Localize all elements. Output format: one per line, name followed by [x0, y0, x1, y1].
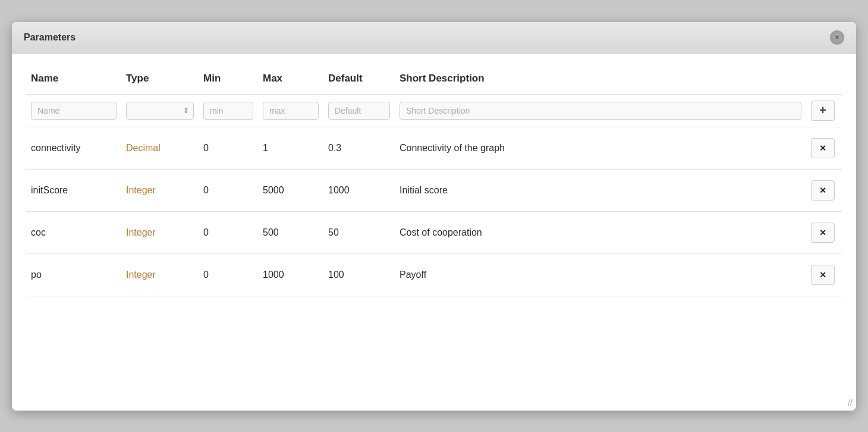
- add-button-cell: +: [806, 94, 842, 127]
- row-name: initScore: [26, 169, 121, 211]
- min-input[interactable]: [203, 102, 253, 120]
- dialog-body: Name Type Min Max Default Short Descript…: [12, 54, 856, 411]
- header-max: Max: [258, 65, 323, 95]
- type-select-cell: Decimal Integer Boolean String ⇕: [121, 94, 199, 127]
- table-row: coc Integer 0 500 50 Cost of cooperation…: [26, 211, 842, 253]
- row-name: connectivity: [26, 127, 121, 169]
- table-header-row: Name Type Min Max Default Short Descript…: [26, 65, 842, 95]
- table-row: connectivity Decimal 0 1 0.3 Connectivit…: [26, 127, 842, 169]
- row-min: 0: [199, 127, 258, 169]
- row-type: Integer: [121, 211, 199, 253]
- parameters-dialog: Parameters × Name Type Min Max Default S…: [12, 22, 856, 411]
- row-desc: Payoff: [395, 253, 806, 296]
- row-name: coc: [26, 211, 121, 253]
- row-type: Integer: [121, 253, 199, 296]
- delete-button-cell: ✕: [806, 211, 842, 253]
- header-action: [806, 65, 842, 95]
- type-select[interactable]: Decimal Integer Boolean String: [126, 102, 194, 120]
- delete-button-cell: ✕: [806, 127, 842, 169]
- header-name: Name: [26, 65, 121, 95]
- row-desc: Initial score: [395, 169, 806, 211]
- delete-button-cell: ✕: [806, 169, 842, 211]
- row-desc: Cost of cooperation: [395, 211, 806, 253]
- desc-input[interactable]: [400, 102, 801, 120]
- row-type: Integer: [121, 169, 199, 211]
- header-default: Default: [323, 65, 395, 95]
- header-min: Min: [199, 65, 258, 95]
- add-button[interactable]: +: [811, 101, 835, 121]
- row-max: 1000: [258, 253, 323, 296]
- resize-handle: //: [848, 399, 853, 407]
- max-input-cell: [258, 94, 323, 127]
- parameters-table: Name Type Min Max Default Short Descript…: [26, 65, 842, 296]
- desc-input-cell: [395, 94, 806, 127]
- table-row: initScore Integer 0 5000 1000 Initial sc…: [26, 169, 842, 211]
- row-max: 1: [258, 127, 323, 169]
- input-row: Decimal Integer Boolean String ⇕: [26, 94, 842, 127]
- row-max: 5000: [258, 169, 323, 211]
- header-description: Short Description: [395, 65, 806, 95]
- min-input-cell: [199, 94, 258, 127]
- name-input[interactable]: [31, 102, 117, 120]
- delete-button[interactable]: ✕: [811, 223, 835, 243]
- delete-button-cell: ✕: [806, 253, 842, 296]
- delete-button[interactable]: ✕: [811, 138, 835, 158]
- row-min: 0: [199, 253, 258, 296]
- close-button[interactable]: ×: [830, 30, 844, 45]
- row-max: 500: [258, 211, 323, 253]
- dialog-header: Parameters ×: [12, 22, 856, 54]
- row-default: 0.3: [323, 127, 395, 169]
- type-select-wrapper: Decimal Integer Boolean String ⇕: [126, 102, 194, 120]
- row-default: 50: [323, 211, 395, 253]
- name-input-cell: [26, 94, 121, 127]
- default-input[interactable]: [328, 102, 390, 120]
- delete-button[interactable]: ✕: [811, 265, 835, 285]
- row-min: 0: [199, 211, 258, 253]
- dialog-title: Parameters: [24, 32, 76, 43]
- row-default: 1000: [323, 169, 395, 211]
- default-input-cell: [323, 94, 395, 127]
- delete-button[interactable]: ✕: [811, 180, 835, 201]
- header-type: Type: [121, 65, 199, 95]
- row-name: po: [26, 253, 121, 296]
- row-min: 0: [199, 169, 258, 211]
- max-input[interactable]: [263, 102, 319, 120]
- row-type: Decimal: [121, 127, 199, 169]
- row-desc: Connectivity of the graph: [395, 127, 806, 169]
- row-default: 100: [323, 253, 395, 296]
- table-row: po Integer 0 1000 100 Payoff ✕: [26, 253, 842, 296]
